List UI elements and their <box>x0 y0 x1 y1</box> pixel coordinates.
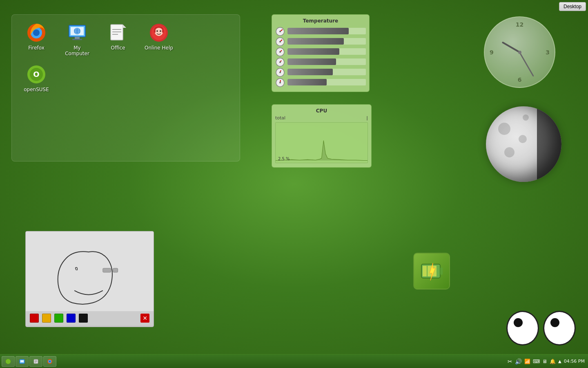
temp-bar-4 <box>287 58 336 65</box>
cpu-percent: 2.5 % <box>278 157 290 161</box>
svg-point-20 <box>156 30 158 32</box>
svg-point-21 <box>160 30 161 32</box>
color-blue[interactable] <box>67 314 76 323</box>
temperature-title: Temperature <box>275 18 366 24</box>
mycomputer-icon <box>67 23 87 43</box>
taskbar-quicklaunch-3[interactable] <box>43 356 56 367</box>
drawing-widget: ✕ <box>25 231 154 327</box>
office-icon-item[interactable]: Office <box>102 23 134 56</box>
temp-bar-container-4 <box>287 58 366 65</box>
display-icon[interactable]: 🖥 <box>542 359 547 364</box>
svg-point-19 <box>155 28 163 36</box>
temp-gauge-1 <box>275 27 285 35</box>
color-black[interactable] <box>79 314 88 323</box>
office-icon <box>108 23 128 43</box>
temp-bar-1 <box>287 28 349 34</box>
moon-crater-2 <box>519 135 527 143</box>
taskbar-menu-button[interactable] <box>2 356 15 367</box>
drawing-close-button[interactable]: ✕ <box>140 314 149 323</box>
opensuse-label: openSUSE <box>24 87 49 92</box>
svg-rect-50 <box>423 266 427 276</box>
svg-marker-13 <box>123 25 126 28</box>
temp-bar-5 <box>287 69 333 75</box>
pupil-left <box>514 318 523 327</box>
opensuse-icon-item[interactable]: O openSUSE <box>20 65 53 92</box>
color-yellow[interactable] <box>42 314 51 323</box>
icons-panel: Firefox My Computer <box>11 14 240 162</box>
clock-widget: 12 3 6 9 <box>484 16 555 88</box>
network-icon[interactable]: 📶 <box>524 359 530 364</box>
cpu-title: CPU <box>275 108 368 114</box>
scissors-icon[interactable]: ✂ <box>508 358 512 365</box>
moon-shadow <box>537 106 561 182</box>
svg-rect-55 <box>20 360 24 362</box>
taskbar-quicklaunch-1[interactable] <box>16 356 29 367</box>
moon-crater-3 <box>523 114 529 121</box>
opensuse-dot <box>5 359 11 364</box>
svg-rect-46 <box>103 268 111 272</box>
temp-bar-6 <box>287 79 327 85</box>
pupil-right <box>550 318 559 327</box>
moon-widget <box>486 106 561 182</box>
mycomputer-label: My Computer <box>61 45 94 56</box>
cpu-widget: CPU total | 2.5 % <box>272 104 372 168</box>
mycomputer-icon-item[interactable]: My Computer <box>61 23 94 56</box>
color-green[interactable] <box>54 314 63 323</box>
taskbar: ✂ 🔊 📶 ⌨ 🖥 🔔 ▲ 04:56 PM <box>0 354 588 368</box>
minute-hand <box>519 52 534 76</box>
cpu-label: total <box>275 115 285 121</box>
taskbar-quicklaunch-2[interactable] <box>29 356 42 367</box>
svg-point-38 <box>279 61 281 63</box>
svg-point-35 <box>279 51 281 53</box>
temp-row-6 <box>275 78 366 86</box>
svg-point-62 <box>49 361 51 362</box>
svg-point-29 <box>279 31 281 32</box>
temp-row-4 <box>275 58 366 66</box>
clock-3: 3 <box>546 49 550 56</box>
svg-point-41 <box>279 72 281 73</box>
clock-12: 12 <box>516 21 523 28</box>
onlinehelp-icon-item[interactable]: Online Help <box>143 23 175 56</box>
eyes-widget <box>506 311 576 346</box>
notification-icon[interactable]: 🔔 <box>550 359 556 364</box>
temperature-widget: Temperature <box>272 14 370 92</box>
firefox-icon-item[interactable]: Firefox <box>20 23 53 56</box>
hour-hand <box>501 41 520 53</box>
desktop-button[interactable]: Desktop <box>559 2 586 11</box>
icons-row-1: Firefox My Computer <box>20 23 232 56</box>
onlinehelp-icon <box>149 23 169 43</box>
temp-bar-container-5 <box>287 69 366 75</box>
svg-point-44 <box>279 82 281 83</box>
temp-bar-container-6 <box>287 79 366 85</box>
svg-text:O: O <box>33 70 39 79</box>
icons-row-2: O openSUSE <box>20 65 232 92</box>
svg-rect-6 <box>72 39 82 40</box>
keyboard-icon[interactable]: ⌨ <box>533 359 540 364</box>
temp-gauge-6 <box>275 78 285 86</box>
temp-row-1 <box>275 27 366 35</box>
svg-point-2 <box>33 29 40 36</box>
taskbar-time: 04:56 PM <box>564 359 585 364</box>
clock-face: 12 3 6 9 <box>484 16 555 88</box>
taskbar-right: ✂ 🔊 📶 ⌨ 🖥 🔔 ▲ 04:56 PM <box>508 358 586 365</box>
clock-9: 9 <box>490 49 494 56</box>
cpu-graph: 2.5 % <box>275 122 368 163</box>
moon-crater-4 <box>504 147 514 157</box>
svg-rect-49 <box>440 267 443 275</box>
temp-bar-3 <box>287 48 339 55</box>
opensuse-icon: O <box>27 65 46 84</box>
moon-crater-1 <box>498 123 510 135</box>
clock-center <box>518 51 521 54</box>
volume-icon[interactable]: 🔊 <box>515 358 522 365</box>
svg-rect-22 <box>154 30 156 33</box>
eye-right <box>543 311 576 346</box>
cpu-header: CPU <box>275 108 368 114</box>
color-red[interactable] <box>30 314 39 323</box>
office-label: Office <box>111 45 125 51</box>
temp-bar-container-2 <box>287 38 366 45</box>
svg-point-32 <box>279 41 281 43</box>
taskbar-left <box>2 356 56 367</box>
arrow-up-icon[interactable]: ▲ <box>558 359 561 364</box>
svg-rect-23 <box>162 30 164 33</box>
temp-row-5 <box>275 68 366 76</box>
